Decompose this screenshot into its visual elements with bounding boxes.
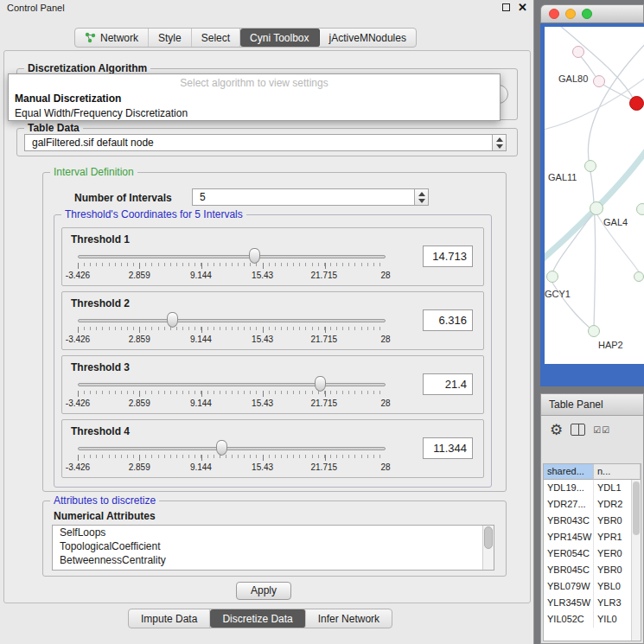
network-canvas[interactable]: GAL80 GAL11 GAL4 GCY1 HAP2 bbox=[545, 27, 644, 364]
slider-tick-labels: -3.426 2.859 9.144 15.43 21.715 28 bbox=[78, 399, 386, 409]
tab-discretize-data[interactable]: Discretize Data bbox=[210, 609, 305, 628]
algorithm-placeholder-option[interactable]: Select algorithm to view settings bbox=[9, 74, 500, 91]
threshold-3-value-field[interactable]: 21.4 bbox=[423, 373, 473, 395]
selected-network-node[interactable] bbox=[629, 96, 644, 111]
minimize-traffic-light-icon[interactable] bbox=[565, 9, 576, 19]
window-title: Control Panel bbox=[7, 3, 65, 13]
network-node[interactable] bbox=[588, 325, 600, 337]
network-node[interactable] bbox=[572, 46, 584, 58]
network-node[interactable] bbox=[593, 75, 605, 87]
zoom-traffic-light-icon[interactable] bbox=[582, 9, 592, 19]
threshold-3-panel: Threshold 3 21.4 -3.426 2.859 9.144 15.4… bbox=[61, 355, 484, 414]
table-row[interactable]: YPR145W YPR1 bbox=[544, 529, 641, 545]
slider-thumb[interactable] bbox=[167, 312, 178, 328]
combo-stepper-icon[interactable] bbox=[492, 135, 506, 150]
slider-thumb[interactable] bbox=[315, 376, 326, 392]
tab-jactivemnodules[interactable]: jActiveMNodules bbox=[320, 29, 416, 47]
tab-style[interactable]: Style bbox=[149, 29, 192, 47]
list-item[interactable]: BetweennessCentrality bbox=[53, 553, 494, 567]
slider-track[interactable] bbox=[78, 383, 386, 386]
slider-thumb[interactable] bbox=[249, 248, 260, 264]
node-table[interactable]: shared... n... YDL19... YDL1 YDR27... YD… bbox=[543, 463, 641, 641]
table-cell[interactable]: YIL052C bbox=[544, 611, 594, 628]
threshold-2-slider[interactable]: -3.426 2.859 9.144 15.43 21.715 28 bbox=[78, 311, 386, 348]
tab-select[interactable]: Select bbox=[192, 29, 240, 47]
column-header-name[interactable]: n... bbox=[594, 464, 641, 480]
table-row[interactable]: YIL052C YIL0 bbox=[544, 611, 641, 628]
table-cell[interactable]: YBR043C bbox=[544, 513, 594, 529]
tab-cyni-toolbox[interactable]: Cyni Toolbox bbox=[240, 29, 319, 47]
scrollbar-thumb[interactable] bbox=[484, 526, 493, 549]
list-scrollbar[interactable] bbox=[482, 526, 494, 570]
network-node[interactable] bbox=[636, 203, 644, 215]
minimize-icon[interactable] bbox=[502, 3, 510, 11]
slider-thumb[interactable] bbox=[216, 440, 227, 456]
numerical-attributes-label: Numerical Attributes bbox=[54, 510, 156, 522]
tick-label: 9.144 bbox=[190, 335, 212, 344]
table-cell[interactable]: YPR145W bbox=[544, 529, 594, 545]
slider-tick-labels: -3.426 2.859 9.144 15.43 21.715 28 bbox=[78, 335, 386, 345]
network-node[interactable] bbox=[634, 271, 644, 282]
combo-stepper-icon[interactable] bbox=[414, 189, 428, 205]
column-header-shared-name[interactable]: shared... bbox=[544, 464, 594, 480]
slider-track[interactable] bbox=[78, 255, 386, 258]
thresholds-group-title: Threshold's Coordinates for 5 Intervals bbox=[61, 208, 246, 220]
threshold-4-slider[interactable]: -3.426 2.859 9.144 15.43 21.715 28 bbox=[78, 439, 386, 475]
threshold-2-value-field[interactable]: 6.316 bbox=[423, 309, 473, 331]
table-cell[interactable]: YBR045C bbox=[544, 562, 594, 578]
table-cell[interactable]: YDL19... bbox=[544, 480, 594, 496]
table-cell[interactable]: YDR27... bbox=[544, 496, 594, 513]
table-scrollbar[interactable] bbox=[631, 480, 641, 641]
table-panel-toolbar: ⚙ ☑☑ bbox=[541, 416, 643, 443]
number-of-intervals-label: Number of Intervals bbox=[74, 192, 172, 204]
slider-tick-labels: -3.426 2.859 9.144 15.43 21.715 28 bbox=[78, 271, 386, 281]
number-of-intervals-combobox[interactable]: 5 bbox=[192, 188, 429, 206]
table-row[interactable]: YER054C YER0 bbox=[544, 545, 641, 562]
network-node[interactable] bbox=[584, 160, 596, 172]
tick-label: -3.426 bbox=[66, 462, 90, 472]
network-node[interactable] bbox=[590, 201, 603, 215]
tick-label: 9.144 bbox=[190, 399, 212, 408]
numerical-attributes-list[interactable]: SelfLoops TopologicalCoefficient Between… bbox=[52, 525, 494, 571]
threshold-1-slider[interactable]: -3.426 2.859 9.144 15.43 21.715 28 bbox=[78, 247, 386, 284]
algorithm-option-manual[interactable]: Manual Discretization bbox=[9, 91, 500, 105]
network-node[interactable] bbox=[546, 271, 558, 283]
algorithm-option-equal-width[interactable]: Equal Width/Frequency Discretization bbox=[9, 105, 500, 120]
list-item[interactable]: SelfLoops bbox=[53, 526, 494, 539]
table-row[interactable]: YDR27... YDR2 bbox=[544, 496, 641, 513]
table-row[interactable]: YBL079W YBL0 bbox=[544, 578, 641, 595]
apply-button[interactable]: Apply bbox=[236, 582, 291, 600]
settings-gear-icon[interactable]: ⚙ bbox=[550, 423, 563, 437]
slider-track[interactable] bbox=[78, 447, 386, 450]
table-cell[interactable]: YER054C bbox=[544, 545, 594, 562]
select-columns-icon[interactable]: ☑☑ bbox=[593, 425, 610, 435]
arrow-down-icon bbox=[418, 199, 425, 203]
tab-infer-network[interactable]: Infer Network bbox=[306, 609, 392, 628]
tab-impute-data[interactable]: Impute Data bbox=[129, 609, 210, 628]
close-traffic-light-icon[interactable] bbox=[549, 9, 559, 19]
close-icon[interactable]: ✕ bbox=[518, 3, 527, 12]
arrow-down-icon bbox=[496, 144, 503, 149]
tick-label: 28 bbox=[380, 462, 390, 472]
tab-network[interactable]: Network bbox=[75, 29, 149, 47]
scrollbar-thumb[interactable] bbox=[633, 481, 640, 535]
slider-track[interactable] bbox=[78, 319, 386, 322]
table-row[interactable]: YBR045C YBR0 bbox=[544, 562, 641, 578]
table-row[interactable]: YDL19... YDL1 bbox=[544, 480, 641, 496]
table-cell[interactable]: YLR345W bbox=[544, 595, 594, 611]
list-item[interactable]: TopologicalCoefficient bbox=[53, 539, 494, 553]
column-chooser-icon[interactable] bbox=[571, 424, 585, 436]
table-data-combobox[interactable]: galFiltered.sif default node bbox=[24, 134, 507, 151]
threshold-4-value-field[interactable]: 11.344 bbox=[423, 437, 473, 459]
table-row[interactable]: YBR043C YBR0 bbox=[544, 513, 641, 529]
algorithm-dropdown-popup: Select algorithm to view settings Manual… bbox=[8, 73, 501, 121]
threshold-3-slider[interactable]: -3.426 2.859 9.144 15.43 21.715 28 bbox=[78, 375, 386, 411]
network-window-titlebar[interactable] bbox=[540, 4, 644, 23]
control-panel-window: Control Panel ✕ Network Style Select Cyn… bbox=[0, 0, 534, 644]
tab-label: Discretize Data bbox=[222, 613, 292, 625]
table-data-group-title: Table Data bbox=[24, 122, 83, 134]
table-cell[interactable]: YBL079W bbox=[544, 578, 594, 595]
table-row[interactable]: YLR345W YLR3 bbox=[544, 595, 641, 611]
table-panel-title: Table Panel bbox=[549, 399, 603, 411]
threshold-1-value-field[interactable]: 14.713 bbox=[423, 245, 473, 267]
